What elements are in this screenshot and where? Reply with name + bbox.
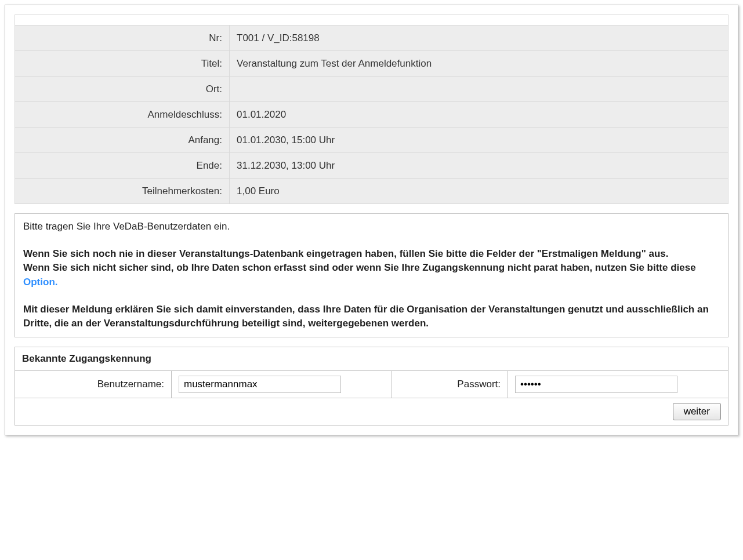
value-anfang: 01.01.2030, 15:00 Uhr <box>230 128 728 153</box>
value-anmeldeschluss: 01.01.2020 <box>230 102 728 128</box>
value-teilnehmerkosten: 1,00 Euro <box>230 179 728 204</box>
login-table: Bekannte Zugangskennung Benutzername: Pa… <box>15 347 728 426</box>
label-anfang: Anfang: <box>15 128 230 153</box>
password-input[interactable] <box>515 376 677 393</box>
label-nr: Nr: <box>15 26 230 51</box>
value-nr: T001 / V_ID:58198 <box>230 26 728 51</box>
info-para2-pre: Wenn Sie sich nicht sicher sind, ob Ihre… <box>23 262 696 273</box>
login-section-title: Bekannte Zugangskennung <box>15 347 728 370</box>
main-panel: Nr: T001 / V_ID:58198 Titel: Veranstaltu… <box>5 5 738 435</box>
label-username: Benutzername: <box>15 370 172 398</box>
label-ort: Ort: <box>15 77 230 102</box>
info-para1: Wenn Sie sich noch nie in dieser Veranst… <box>23 248 669 259</box>
option-link[interactable]: Option. <box>23 277 57 288</box>
label-ende: Ende: <box>15 153 230 179</box>
details-header-spacer <box>15 15 728 26</box>
info-box: Bitte tragen Sie Ihre VeDaB-Benutzerdate… <box>15 213 728 337</box>
label-teilnehmerkosten: Teilnehmerkosten: <box>15 179 230 204</box>
label-titel: Titel: <box>15 51 230 77</box>
value-ort <box>230 77 728 102</box>
value-titel: Veranstaltung zum Test der Anmeldefunkti… <box>230 51 728 77</box>
event-details-table: Nr: T001 / V_ID:58198 Titel: Veranstaltu… <box>15 14 728 204</box>
value-ende: 31.12.2030, 13:00 Uhr <box>230 153 728 179</box>
info-para3: Mit dieser Meldung erklären Sie sich dam… <box>23 303 720 331</box>
username-input[interactable] <box>179 376 341 393</box>
label-password: Passwort: <box>392 370 508 398</box>
info-intro: Bitte tragen Sie Ihre VeDaB-Benutzerdate… <box>23 220 720 234</box>
label-anmeldeschluss: Anmeldeschluss: <box>15 102 230 128</box>
weiter-button[interactable]: weiter <box>673 403 721 420</box>
